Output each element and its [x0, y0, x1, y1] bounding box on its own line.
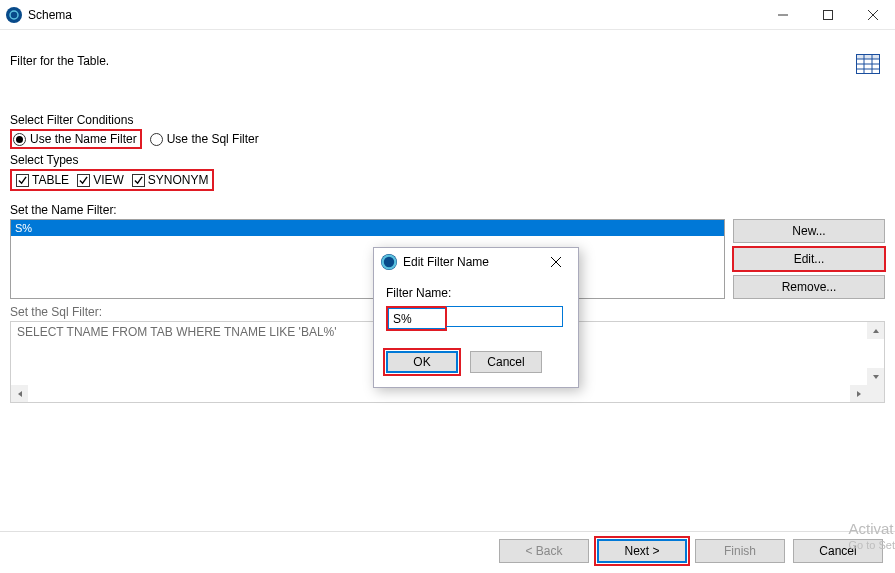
maximize-button[interactable]: [805, 0, 850, 30]
svg-marker-15: [857, 391, 861, 397]
app-icon: [381, 254, 397, 270]
svg-point-16: [383, 256, 396, 269]
use-name-filter-label: Use the Name Filter: [30, 132, 137, 146]
use-sql-filter-label: Use the Sql Filter: [167, 132, 259, 146]
scroll-down-icon[interactable]: [867, 368, 884, 385]
checkbox-checked-icon: [132, 174, 145, 187]
type-view-label: VIEW: [93, 173, 124, 187]
type-synonym-checkbox[interactable]: SYNONYM: [132, 173, 209, 187]
filter-name-label: Filter Name:: [386, 286, 566, 300]
filter-name-input[interactable]: [388, 308, 445, 329]
dialog-close-button[interactable]: [536, 250, 576, 274]
finish-button[interactable]: Finish: [695, 539, 785, 563]
next-button[interactable]: Next >: [597, 539, 687, 563]
edit-button[interactable]: Edit...: [733, 247, 885, 271]
svg-marker-13: [873, 375, 879, 379]
use-sql-filter-radio[interactable]: Use the Sql Filter: [150, 132, 259, 146]
radio-selected-icon: [13, 133, 26, 146]
minimize-button[interactable]: [760, 0, 805, 30]
type-view-checkbox[interactable]: VIEW: [77, 173, 124, 187]
scroll-up-icon[interactable]: [867, 322, 884, 339]
window-title: Schema: [28, 8, 72, 22]
type-synonym-label: SYNONYM: [148, 173, 209, 187]
edit-filter-name-dialog: Edit Filter Name Filter Name: OK Cancel: [373, 247, 579, 388]
ok-button[interactable]: OK: [386, 351, 458, 373]
close-button[interactable]: [850, 0, 895, 30]
new-button[interactable]: New...: [733, 219, 885, 243]
svg-marker-12: [873, 329, 879, 333]
type-table-checkbox[interactable]: TABLE: [16, 173, 69, 187]
use-name-filter-radio[interactable]: Use the Name Filter: [10, 129, 142, 149]
scroll-corner: [867, 385, 884, 402]
svg-point-0: [10, 11, 18, 19]
page-heading: Filter for the Table.: [10, 54, 109, 68]
wizard-footer: < Back Next > Finish Cancel: [499, 539, 883, 563]
scroll-left-icon[interactable]: [11, 385, 28, 402]
window-controls: [760, 0, 895, 30]
titlebar: Schema: [0, 0, 895, 30]
app-icon: [6, 7, 22, 23]
radio-unselected-icon: [150, 133, 163, 146]
type-table-label: TABLE: [32, 173, 69, 187]
dialog-titlebar: Edit Filter Name: [374, 248, 578, 276]
list-item[interactable]: S%: [11, 220, 724, 236]
scroll-right-icon[interactable]: [850, 385, 867, 402]
svg-marker-14: [18, 391, 22, 397]
checkbox-checked-icon: [77, 174, 90, 187]
select-types-label: Select Types: [10, 153, 885, 167]
checkbox-checked-icon: [16, 174, 29, 187]
filter-conditions-label: Select Filter Conditions: [10, 113, 885, 127]
table-icon: [856, 54, 880, 77]
dialog-cancel-button[interactable]: Cancel: [470, 351, 542, 373]
filter-name-input-extend[interactable]: [446, 306, 563, 327]
svg-rect-11: [856, 54, 880, 59]
name-filter-label: Set the Name Filter:: [10, 203, 885, 217]
dialog-title: Edit Filter Name: [403, 255, 489, 269]
cancel-button[interactable]: Cancel: [793, 539, 883, 563]
svg-rect-2: [823, 10, 832, 19]
name-filter-list[interactable]: S%: [10, 219, 725, 299]
remove-button[interactable]: Remove...: [733, 275, 885, 299]
back-button[interactable]: < Back: [499, 539, 589, 563]
